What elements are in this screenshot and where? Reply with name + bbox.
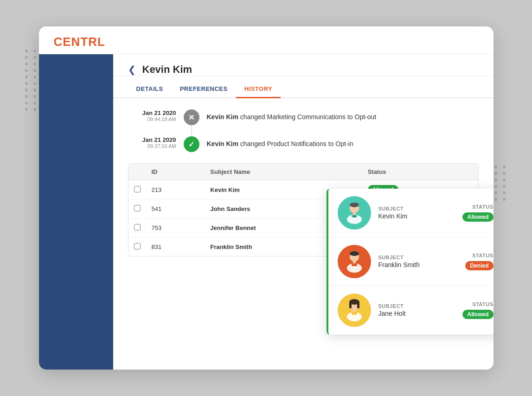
timeline-icon-deny: ✕ <box>184 109 199 125</box>
col-status: Status <box>362 164 478 180</box>
card-info-1: Subject Kevin Kim <box>378 206 455 220</box>
cell-id-3: 753 <box>146 218 205 237</box>
card-status-2: Status Denied <box>465 253 493 270</box>
float-card-2: Subject Franklin Smith Status Denied <box>328 237 494 286</box>
status-label-3: Status <box>462 301 493 307</box>
subject-value-3: Jane Holt <box>378 310 455 317</box>
svg-rect-17 <box>349 302 352 308</box>
svg-rect-12 <box>353 261 356 263</box>
col-name: Subject Name <box>205 164 362 180</box>
outer-wrapper: CENTRL ❮ Kevin Kim DETAILS PREFERENCES H… <box>39 26 494 370</box>
content-area: ❮ Kevin Kim DETAILS PREFERENCES HISTORY <box>113 54 494 370</box>
card-info-3: Subject Jane Holt <box>378 303 455 317</box>
avatar-icon-jane <box>341 297 367 323</box>
app-header: CENTRL <box>39 26 494 54</box>
tabs-bar: DETAILS PREFERENCES HISTORY <box>113 81 494 98</box>
timeline-icon-allow: ✓ <box>184 136 199 152</box>
timeline-item-2: Jan 21 2020 09:37:16 AM ✓ Kevin Kim chan… <box>128 136 479 152</box>
float-status-badge-3: Allowed <box>462 310 493 319</box>
app-logo: CENTRL <box>54 35 105 49</box>
tab-preferences[interactable]: PREFERENCES <box>172 81 236 98</box>
avatar-icon-franklin <box>341 249 367 275</box>
col-checkbox <box>128 164 146 180</box>
floating-panel: Subject Kevin Kim Status Allowed <box>327 189 494 335</box>
tab-history[interactable]: HISTORY <box>236 81 281 98</box>
timeline-date-2: Jan 21 2020 09:37:16 AM <box>128 136 184 149</box>
back-button[interactable]: ❮ <box>128 64 136 75</box>
svg-rect-19 <box>353 310 356 312</box>
row-checkbox-3[interactable] <box>134 224 141 230</box>
history-section: Jan 21 2020 09:44:18 AM ✕ Kevin Kim chan… <box>113 98 494 152</box>
page-header: ❮ Kevin Kim <box>113 54 494 76</box>
subject-value-1: Kevin Kim <box>378 212 455 220</box>
timeline-date-1: Jan 21 2020 09:44:18 AM <box>128 109 184 122</box>
date-time-2: 09:37:16 AM <box>128 143 176 149</box>
svg-rect-18 <box>357 302 359 308</box>
float-status-badge-2: Denied <box>465 261 493 270</box>
allow-icon: ✓ <box>188 140 194 149</box>
app-card: CENTRL ❮ Kevin Kim DETAILS PREFERENCES H… <box>39 26 494 370</box>
date-main-2: Jan 21 2020 <box>128 136 176 143</box>
app-body: ❮ Kevin Kim DETAILS PREFERENCES HISTORY <box>39 54 494 370</box>
timeline-text-1: Kevin Kim changed Marketing Communicatio… <box>207 109 377 122</box>
page-title: Kevin Kim <box>142 64 192 76</box>
decorative-dots-right <box>494 166 507 201</box>
subject-label-3: Subject <box>378 303 455 309</box>
timeline-item-1: Jan 21 2020 09:44:18 AM ✕ Kevin Kim chan… <box>128 109 479 125</box>
cell-id-1: 213 <box>146 180 205 199</box>
status-label-2: Status <box>465 253 493 258</box>
timeline-text-2: Kevin Kim changed Product Notifications … <box>207 136 353 149</box>
deny-icon: ✕ <box>188 113 194 122</box>
subject-label-2: Subject <box>378 255 458 260</box>
card-status-3: Status Allowed <box>462 301 493 319</box>
date-main-1: Jan 21 2020 <box>128 109 176 116</box>
cell-id-4: 831 <box>146 237 205 256</box>
avatar-jane <box>338 294 371 327</box>
row-checkbox-1[interactable] <box>134 186 141 192</box>
subject-value-2: Franklin Smith <box>378 261 458 268</box>
row-checkbox-2[interactable] <box>134 205 141 211</box>
timeline: Jan 21 2020 09:44:18 AM ✕ Kevin Kim chan… <box>128 109 479 152</box>
avatar-icon-kevin <box>341 200 367 226</box>
avatar-kevin <box>338 196 371 230</box>
svg-point-11 <box>350 251 359 256</box>
float-card-1: Subject Kevin Kim Status Allowed <box>328 189 494 237</box>
float-card-3: Subject Jane Holt Status Allowed <box>328 286 494 335</box>
cell-id-2: 541 <box>146 199 205 218</box>
status-label-1: Status <box>462 204 493 210</box>
subject-label-1: Subject <box>378 206 455 211</box>
svg-point-6 <box>350 203 359 207</box>
row-checkbox-4[interactable] <box>134 243 141 249</box>
tab-details[interactable]: DETAILS <box>128 81 172 98</box>
table-header-row: ID Subject Name Status <box>128 164 478 180</box>
card-status-1: Status Allowed <box>462 204 493 222</box>
sidebar <box>39 54 113 370</box>
card-info-2: Subject Franklin Smith <box>378 255 458 268</box>
date-time-1: 09:44:18 AM <box>128 116 176 122</box>
float-status-badge-1: Allowed <box>462 212 493 222</box>
decorative-dots-left <box>25 50 38 111</box>
col-id: ID <box>146 164 205 180</box>
avatar-franklin <box>338 245 371 278</box>
